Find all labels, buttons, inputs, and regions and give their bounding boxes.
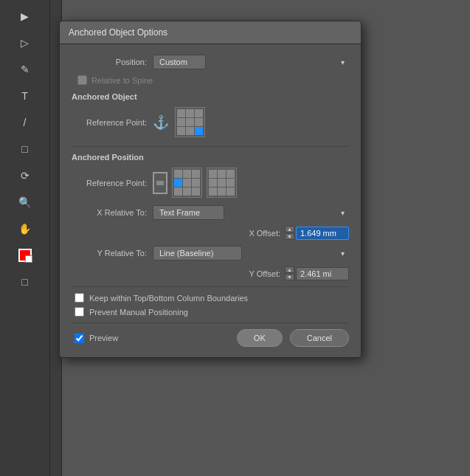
keep-within-checkbox[interactable] [75, 293, 84, 303]
y-relative-row: Y Relative To: Line (Baseline) Line (Cap… [72, 246, 349, 261]
tool-line[interactable]: / [13, 111, 37, 134]
y-offset-row: Y Offset: ▲ ▼ [72, 266, 349, 280]
tool-swatch[interactable] [13, 244, 37, 267]
ok-button[interactable]: OK [237, 329, 283, 347]
pgdot2-6[interactable] [227, 179, 235, 187]
anchored-obj-ref-row: Reference Point: ⚓ [72, 107, 349, 137]
pgdot2-2[interactable] [218, 170, 226, 178]
y-offset-up[interactable]: ▲ [285, 266, 294, 273]
position-dropdown[interactable]: Custom [153, 55, 206, 69]
frame-indicator [153, 172, 167, 194]
bottom-row: Preview OK Cancel [72, 329, 349, 347]
relative-to-spine-row: Relative to Spine [72, 75, 349, 85]
y-relative-dropdown[interactable]: Line (Baseline) Line (Cap Height) Page M… [153, 246, 242, 261]
gdot-6[interactable] [195, 118, 203, 126]
relative-to-spine-label: Relative to Spine [91, 76, 153, 85]
x-offset-down[interactable]: ▼ [285, 233, 294, 240]
x-offset-input[interactable] [296, 227, 349, 240]
pgdot-6[interactable] [192, 179, 200, 187]
x-relative-row: X Relative To: Text Frame Page Margin Pa… [72, 205, 349, 220]
x-relative-label: X Relative To: [72, 208, 153, 217]
y-offset-spinner[interactable]: ▲ ▼ [285, 266, 349, 280]
tool-preview[interactable]: □ [13, 270, 37, 294]
x-relative-dropdown[interactable]: Text Frame Page Margin Page Edge [153, 205, 224, 220]
pgdot2-9[interactable] [227, 187, 235, 196]
relative-to-spine-checkbox[interactable] [77, 75, 87, 85]
separator-1 [72, 146, 349, 147]
tool-direct-select[interactable]: ▷ [13, 31, 37, 55]
gdot-7[interactable] [177, 127, 185, 135]
gdot-1[interactable] [177, 109, 185, 117]
anchored-position-header: Anchored Position [72, 153, 349, 162]
anchored-pos-ref-row: Reference Point: [72, 168, 349, 198]
pos-ref-grid-1[interactable] [172, 168, 202, 198]
pgdot2-8[interactable] [218, 187, 226, 196]
pgdot-7[interactable] [174, 187, 182, 196]
pgdot-8[interactable] [183, 187, 191, 196]
pgdot-4-sel[interactable] [174, 179, 182, 187]
anchored-object-header: Anchored Object [72, 92, 349, 101]
tool-pen[interactable]: ✎ [13, 58, 37, 81]
x-offset-arrows[interactable]: ▲ ▼ [285, 226, 294, 240]
y-offset-label: Y Offset: [249, 269, 280, 278]
dialog-body: Position: Custom Relative to Spine Ancho… [60, 44, 361, 357]
gdot-9-sel[interactable] [195, 127, 203, 135]
y-offset-input[interactable] [296, 267, 349, 280]
pgdot2-1[interactable] [209, 170, 217, 178]
dialog-titlebar: Anchored Object Options [60, 21, 361, 44]
anchored-obj-ref-label: Reference Point: [72, 118, 153, 127]
tool-hand[interactable]: ✋ [13, 217, 37, 241]
toolbar: ▶ ▷ ✎ T / □ ⟳ 🔍 ✋ □ [0, 0, 50, 476]
gdot-5[interactable] [186, 118, 194, 126]
gdot-3[interactable] [195, 109, 203, 117]
pgdot-9[interactable] [192, 187, 200, 196]
anchored-object-dialog: Anchored Object Options Position: Custom… [59, 21, 362, 358]
pgdot2-5[interactable] [218, 179, 226, 187]
y-relative-label: Y Relative To: [72, 249, 153, 258]
dialog-buttons: OK Cancel [237, 329, 349, 347]
prevent-manual-label: Prevent Manual Positioning [89, 308, 188, 317]
anchor-icon: ⚓ [153, 114, 169, 131]
y-offset-arrows[interactable]: ▲ ▼ [285, 266, 294, 280]
tool-selection[interactable]: ▶ [13, 4, 37, 28]
y-relative-dropdown-wrapper[interactable]: Line (Baseline) Line (Cap Height) Page M… [153, 246, 349, 261]
pgdot-2[interactable] [183, 170, 191, 178]
position-row: Position: Custom [72, 55, 349, 69]
pgdot-3[interactable] [192, 170, 200, 178]
tool-rectangle[interactable]: □ [13, 137, 37, 161]
tool-zoom[interactable]: 🔍 [13, 190, 37, 214]
pos-ref-grid-2[interactable] [207, 168, 237, 198]
gdot-2[interactable] [186, 109, 194, 117]
tool-rotate[interactable]: ⟳ [13, 164, 37, 187]
preview-label: Preview [89, 334, 118, 342]
pgdot2-3[interactable] [227, 170, 235, 178]
x-offset-up[interactable]: ▲ [285, 226, 294, 232]
keep-within-row: Keep within Top/Bottom Column Boundaries [72, 293, 349, 303]
pgdot-5[interactable] [183, 179, 191, 187]
x-offset-label: X Offset: [249, 229, 280, 238]
main-area: Anchored Object Options Position: Custom… [50, 0, 470, 476]
keep-within-label: Keep within Top/Bottom Column Boundaries [89, 294, 248, 303]
anchor-obj-ref-grid[interactable] [175, 107, 205, 137]
position-dropdown-wrapper[interactable]: Custom [153, 55, 349, 69]
pgdot2-4[interactable] [209, 179, 217, 187]
pgdot-1[interactable] [174, 170, 182, 178]
cancel-button[interactable]: Cancel [290, 329, 349, 347]
dialog-title: Anchored Object Options [69, 27, 167, 38]
y-offset-down[interactable]: ▼ [285, 274, 294, 280]
preview-checkbox[interactable] [75, 334, 84, 343]
position-label: Position: [72, 58, 153, 66]
x-offset-spinner[interactable]: ▲ ▼ [285, 226, 349, 240]
preview-row: Preview [72, 334, 118, 343]
pgdot2-7[interactable] [209, 187, 217, 196]
anchored-pos-ref-grids[interactable] [153, 168, 237, 198]
separator-3 [72, 322, 349, 323]
x-relative-dropdown-wrapper[interactable]: Text Frame Page Margin Page Edge [153, 205, 349, 220]
tool-type[interactable]: T [13, 84, 37, 108]
x-offset-row: X Offset: ▲ ▼ [72, 226, 349, 240]
gdot-4[interactable] [177, 118, 185, 126]
prevent-manual-checkbox[interactable] [75, 307, 84, 317]
prevent-manual-row: Prevent Manual Positioning [72, 307, 349, 317]
gdot-8[interactable] [186, 127, 194, 135]
separator-2 [72, 286, 349, 287]
